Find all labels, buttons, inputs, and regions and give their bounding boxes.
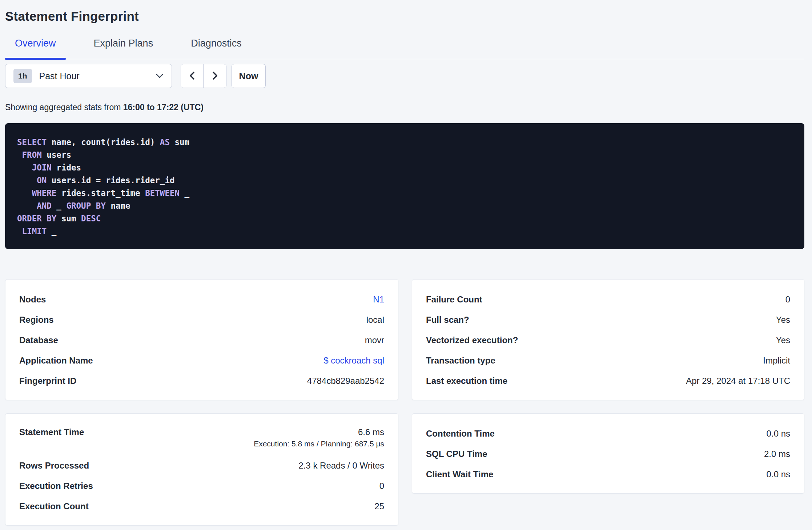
row-value-wrap: $ cockroach sql <box>323 355 384 366</box>
interval-badge: 1h <box>13 69 32 83</box>
row-label: Client Wait Time <box>426 469 493 480</box>
info-row: Rows Processed2.3 k Reads / 0 Writes <box>19 455 384 476</box>
row-label: Regions <box>19 314 54 325</box>
row-label: Execution Count <box>19 501 89 512</box>
overview-card-right: Failure Count0Full scan?YesVectorized ex… <box>412 279 804 400</box>
chevron-left-icon <box>188 71 197 82</box>
info-row: Execution Retries0 <box>19 476 384 496</box>
info-row: Statement Time6.6 msExecution: 5.8 ms / … <box>19 423 384 455</box>
row-value: 2.0 ms <box>764 449 790 459</box>
row-value-wrap: 6.6 msExecution: 5.8 ms / Planning: 687.… <box>254 427 384 449</box>
row-value: 25 <box>374 501 384 512</box>
row-value: 0 <box>379 481 384 491</box>
sql-line: AND _ GROUP BY name <box>17 200 793 212</box>
info-row: Vectorized execution?Yes <box>426 330 790 350</box>
row-value-wrap: 0 <box>785 294 790 305</box>
row-value: Apr 29, 2024 at 17:18 UTC <box>686 376 790 386</box>
row-label: Application Name <box>19 355 93 366</box>
row-label: Database <box>19 335 58 346</box>
info-row: Failure Count0 <box>426 289 790 310</box>
info-row: Execution Count25 <box>19 496 384 517</box>
row-value-wrap: Yes <box>776 335 790 346</box>
timing-card-left: Statement Time6.6 msExecution: 5.8 ms / … <box>5 413 398 526</box>
statement-fingerprint-page: Statement Fingerprint OverviewExplain Pl… <box>0 0 812 526</box>
row-value: 0.0 ns <box>767 469 790 480</box>
info-row: Fingerprint ID4784cb829aab2542 <box>19 371 384 391</box>
info-row: Last execution timeApr 29, 2024 at 17:18… <box>426 371 790 391</box>
tab-bar: OverviewExplain PlansDiagnostics <box>5 37 804 59</box>
now-button[interactable]: Now <box>232 64 266 88</box>
timing-card-right: Contention Time0.0 nsSQL CPU Time2.0 msC… <box>412 413 804 494</box>
info-row: Application Name$ cockroach sql <box>19 350 384 371</box>
info-row: Transaction typeImplicit <box>426 350 790 371</box>
row-label: Execution Retries <box>19 481 93 491</box>
tab-explain-plans[interactable]: Explain Plans <box>84 37 163 59</box>
row-value-wrap: 25 <box>374 501 384 512</box>
sql-line: ORDER BY sum DESC <box>17 212 793 225</box>
row-value-wrap: 4784cb829aab2542 <box>307 376 384 386</box>
sql-line: SELECT name, count(rides.id) AS sum <box>17 136 793 149</box>
row-value-link[interactable]: N1 <box>373 294 384 305</box>
info-row: Full scan?Yes <box>426 310 790 330</box>
sql-statement-box: SELECT name, count(rides.id) AS sum FROM… <box>5 123 804 249</box>
row-label: Contention Time <box>426 428 495 439</box>
stats-prefix: Showing aggregated stats from <box>5 103 123 112</box>
row-label: Full scan? <box>426 314 469 325</box>
next-interval-button[interactable] <box>204 64 226 88</box>
row-value: Yes <box>776 314 790 325</box>
row-value-wrap: 0 <box>379 481 384 491</box>
row-value: local <box>366 314 384 325</box>
page-title: Statement Fingerprint <box>5 0 804 24</box>
prev-interval-button[interactable] <box>181 64 204 88</box>
info-row: Databasemovr <box>19 330 384 350</box>
row-value: movr <box>365 335 384 346</box>
row-value-wrap: local <box>366 314 384 325</box>
tab-overview[interactable]: Overview <box>5 37 66 59</box>
row-value: Implicit <box>763 355 790 366</box>
info-row: SQL CPU Time2.0 ms <box>426 444 790 464</box>
row-label: Last execution time <box>426 376 507 386</box>
row-value: 2.3 k Reads / 0 Writes <box>298 460 384 471</box>
summary-cards: NodesN1RegionslocalDatabasemovrApplicati… <box>5 279 804 526</box>
overview-card-left: NodesN1RegionslocalDatabasemovrApplicati… <box>5 279 398 400</box>
row-label: Fingerprint ID <box>19 376 76 386</box>
sql-line: FROM users <box>17 149 793 161</box>
info-row: Contention Time0.0 ns <box>426 423 790 444</box>
interval-label: Past Hour <box>39 71 80 81</box>
info-row: NodesN1 <box>19 289 384 310</box>
sql-line: ON users.id = rides.rider_id <box>17 174 793 187</box>
row-subvalue: Execution: 5.8 ms / Planning: 687.5 µs <box>254 439 384 449</box>
row-label: Failure Count <box>426 294 482 305</box>
row-value-wrap: 0.0 ns <box>767 428 790 439</box>
row-value: 0.0 ns <box>767 428 790 439</box>
row-value-wrap: 0.0 ns <box>767 469 790 480</box>
chevron-down-icon <box>156 73 164 79</box>
row-value-link[interactable]: $ cockroach sql <box>323 355 384 366</box>
row-label: Statement Time <box>19 427 84 438</box>
row-label: SQL CPU Time <box>426 449 487 459</box>
time-toolbar: 1h Past Hour <box>5 64 804 88</box>
row-label: Vectorized execution? <box>426 335 518 346</box>
chevron-right-icon <box>210 71 219 82</box>
row-label: Nodes <box>19 294 46 305</box>
row-label: Rows Processed <box>19 460 89 471</box>
info-row: Client Wait Time0.0 ns <box>426 464 790 485</box>
row-value-wrap: Apr 29, 2024 at 17:18 UTC <box>686 376 790 386</box>
row-value-wrap: movr <box>365 335 384 346</box>
stats-range: 16:00 to 17:22 (UTC) <box>123 103 204 112</box>
time-nav-group <box>181 64 226 88</box>
info-row: Regionslocal <box>19 310 384 330</box>
row-value-wrap: N1 <box>373 294 384 305</box>
row-value-wrap: Yes <box>776 314 790 325</box>
row-value: Yes <box>776 335 790 346</box>
row-label: Transaction type <box>426 355 495 366</box>
tab-diagnostics[interactable]: Diagnostics <box>181 37 252 59</box>
row-value: 6.6 ms <box>358 427 384 438</box>
row-value-wrap: Implicit <box>763 355 790 366</box>
sql-line: LIMIT _ <box>17 225 793 238</box>
time-interval-select[interactable]: 1h Past Hour <box>5 64 172 88</box>
aggregated-stats-text: Showing aggregated stats from 16:00 to 1… <box>5 103 804 112</box>
row-value: 4784cb829aab2542 <box>307 376 384 386</box>
row-value-wrap: 2.3 k Reads / 0 Writes <box>298 460 384 471</box>
sql-line: JOIN rides <box>17 161 793 174</box>
